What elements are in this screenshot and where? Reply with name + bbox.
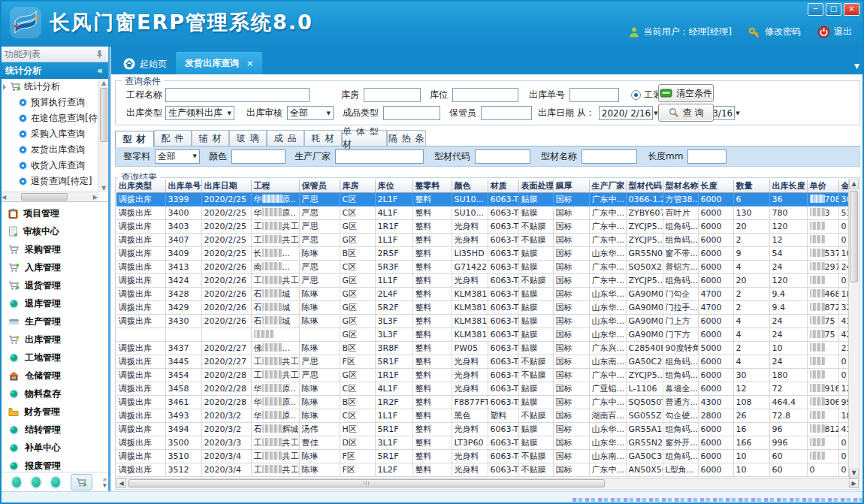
sidebar-item-11[interactable]: 财务管理 [0, 403, 108, 421]
column-header-18[interactable]: 单价 [807, 180, 838, 193]
overflow-chevron[interactable]: »▾ [103, 476, 107, 488]
table-row[interactable]: 调拨出库34242020/2/26工共工程严思G区1L1F整料光身料6063-T… [116, 274, 857, 288]
tab-home[interactable]: 起始页 [114, 53, 176, 74]
material-tab-2[interactable]: 辅 材 [192, 130, 229, 146]
table-row[interactable]: 调拨出库35002020/3/3工共工程曹佳D区3L1F整料LT3P606063… [116, 436, 857, 450]
hscroll-thumb[interactable] [128, 479, 605, 487]
clear-conditions-button[interactable]: 清空条件 [658, 84, 714, 102]
column-header-6[interactable]: 库位 [375, 180, 412, 193]
column-header-2[interactable]: 出库日期 [201, 180, 251, 193]
color-input[interactable] [231, 149, 285, 164]
profile-name-input[interactable] [582, 149, 637, 164]
table-row[interactable]: 调拨出库35122020/3/4工共工程陈琳F区1L2F整料光身料6063-T5… [116, 463, 857, 477]
column-header-17[interactable]: 出库长度 [769, 180, 807, 193]
column-header-15[interactable]: 长度 [698, 180, 733, 193]
column-header-1[interactable]: 出库单号 [165, 180, 201, 193]
sidebar-item-0[interactable]: 项目管理 [0, 204, 108, 222]
maximize-button[interactable]: □ [826, 3, 841, 16]
table-row[interactable]: G区3L3F整料KLM38176063-T5贴膜国标山东华...GA90M09.… [116, 328, 857, 342]
profile-code-input[interactable] [475, 149, 530, 164]
column-header-10[interactable]: 表面处理 [518, 180, 553, 193]
column-header-3[interactable]: 工程 [251, 180, 299, 193]
factory-input[interactable] [335, 149, 424, 164]
pin-icon[interactable] [96, 50, 104, 59]
module-dot-button-3[interactable] [51, 477, 60, 487]
sidebar-item-7[interactable]: 出库管理 [0, 330, 108, 349]
outbound-audit-select[interactable]: 全部▼ [287, 106, 334, 120]
table-row[interactable]: 调拨出库34582020/2/28华原..陈琳C区4L1F整料光身料6063-T… [116, 382, 857, 396]
material-tab-3[interactable]: 玻 璃 [229, 130, 267, 146]
date-from-select[interactable]: 2020/ 2/16▼ [599, 106, 653, 120]
table-row[interactable]: 调拨出库34302020/2/26石城陈琳G区3L3F整料KLM38176063… [116, 315, 857, 328]
table-row[interactable]: 调拨出库34932020/3/2华原..陈琳C区1L1F整料黑色塑料不贴膜国标湖… [116, 409, 857, 423]
tree-root-statistics[interactable]: 统计分析 [0, 79, 99, 95]
table-row[interactable]: 调拨出库34072020/2/25工共工程严思G区1L1F整料光身料6063-T… [116, 234, 857, 247]
whole-piece-select[interactable]: 全部▼ [155, 149, 200, 164]
sidebar-item-2[interactable]: 采购管理 [0, 240, 108, 258]
column-header-9[interactable]: 材质 [488, 180, 518, 193]
tree-vertical-scrollbar[interactable]: ▲ ▼ [98, 79, 108, 192]
column-header-13[interactable]: 型材代码 [626, 180, 663, 193]
column-header-16[interactable]: 数量 [733, 180, 769, 193]
keeper-input[interactable] [481, 106, 532, 120]
sidebar-item-5[interactable]: 退库管理 [0, 294, 108, 312]
column-header-12[interactable]: 生产厂家 [589, 180, 626, 193]
column-header-11[interactable]: 膜厚 [553, 180, 589, 193]
product-type-input[interactable] [383, 106, 440, 120]
sidebar-item-9[interactable]: 仓储管理 [0, 367, 108, 385]
sidebar-item-6[interactable]: 生产管理 [0, 312, 108, 330]
table-row[interactable]: 调拨出库33992020/2/25华原..严思C区2L1F整料SU10...60… [116, 193, 857, 207]
table-row[interactable]: 调拨出库34002020/2/25华原..严思C区4L1F整料SU10...60… [116, 207, 857, 220]
column-header-8[interactable]: 颜色 [452, 180, 488, 193]
tab-shipment-outbound-query[interactable]: 发货出库查询 × [176, 52, 262, 74]
search-button[interactable]: 查 询 [658, 104, 714, 122]
material-tab-4[interactable]: 成 品 [267, 130, 304, 146]
table-row[interactable]: 调拨出库34092020/2/25长...陈琳B区2R5F整料LI35HD606… [116, 247, 857, 261]
close-button[interactable]: × [844, 3, 859, 16]
table-row[interactable]: 调拨出库34452020/2/27工共工程严思F区5R1F整料光身料6063-T… [116, 355, 857, 369]
tree-item-3[interactable]: 发货出库查询 [0, 142, 99, 158]
table-row[interactable]: 调拨出库35102020/3/4工共工程陈琳F区5R1F整料光身料6063-T5… [116, 450, 857, 463]
sidebar-item-4[interactable]: 退货管理 [0, 276, 108, 294]
module-dot-button-2[interactable] [32, 477, 41, 487]
project-name-input[interactable] [165, 88, 310, 102]
tab-list-dropdown-icon[interactable]: ▼ [854, 62, 859, 70]
module-dot-button-1[interactable] [12, 477, 21, 487]
column-header-5[interactable]: 库房 [340, 180, 375, 193]
table-row[interactable]: 调拨出库34542020/2/28工共工程严思G区1R1F整料光身料6063-T… [116, 369, 857, 382]
material-tab-6[interactable]: 单 体 型 材 [342, 130, 387, 146]
sidebar-item-1[interactable]: 审核中心 [0, 222, 108, 240]
radio-work-install[interactable]: 工装 [631, 89, 662, 101]
table-row[interactable]: 调拨出库34132020/2/26南...严思C区5R3F整料G71422606… [116, 261, 857, 274]
minimize-button[interactable]: − [808, 3, 823, 16]
cart-module-button[interactable] [71, 474, 92, 490]
material-tab-0[interactable]: 型 材 [115, 131, 154, 147]
sidebar-item-8[interactable]: 工地管理 [0, 349, 108, 367]
tree-expander-icon[interactable] [3, 84, 6, 90]
tab-close-icon[interactable]: × [246, 59, 253, 68]
logout-button[interactable]: 退出 [817, 26, 852, 38]
scroll-right-icon[interactable]: ▶ [849, 478, 859, 488]
material-tab-5[interactable]: 耗 材 [304, 130, 342, 146]
sidebar-item-12[interactable]: 结转管理 [0, 421, 108, 439]
table-row[interactable]: 调拨出库34282020/2/26石城陈琳G区2L4F整料KLM38176063… [116, 288, 857, 301]
tree-horizontal-scrollbar[interactable]: ◀ ▶ [0, 192, 99, 201]
table-row[interactable]: 调拨出库34612020/2/28华原..陈琳B区1R2F整料F8877FT60… [116, 396, 857, 409]
scroll-left-icon[interactable]: ◀ [116, 478, 126, 488]
order-no-input[interactable] [569, 88, 619, 102]
column-header-14[interactable]: 型材名称 [663, 180, 698, 193]
column-header-7[interactable]: 整零料 [412, 180, 452, 193]
material-tab-7[interactable]: 隔 热 条 [387, 130, 426, 146]
tree-item-2[interactable]: 采购入库查询 [0, 126, 99, 142]
grid-horizontal-scrollbar[interactable]: ◀ ▶ [116, 478, 859, 488]
tree-item-1[interactable]: 在途信息查询[待 [0, 110, 99, 126]
tree-item-5[interactable]: 退货查询[待定] [0, 174, 99, 189]
warehouse-input[interactable] [364, 88, 421, 102]
grid-vertical-scrollbar[interactable]: ▲ ▼ [848, 180, 859, 478]
table-row[interactable]: 调拨出库34942020/3/2石辉城汤伟H区5R1F整料光身料6063-T5贴… [116, 423, 857, 436]
outbound-type-select[interactable]: 生产领料出库▼ [165, 106, 234, 120]
scroll-up-icon[interactable]: ▲ [849, 180, 859, 189]
tree-item-0[interactable]: 预算执行查询 [0, 95, 99, 110]
sidebar-item-10[interactable]: 物料盘存 [0, 385, 108, 403]
section-header-statistics[interactable]: 统计分析 « [0, 62, 108, 79]
